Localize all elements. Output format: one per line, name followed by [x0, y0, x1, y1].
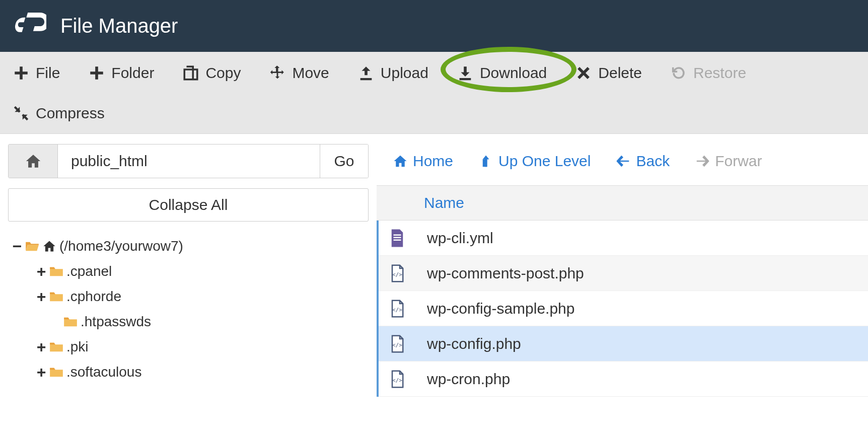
- toolbar-file-label: File: [36, 64, 60, 82]
- toolbar-compress[interactable]: Compress: [13, 97, 105, 129]
- left-panel: Go Collapse All − (/home3/yourwow7) +.cp…: [0, 134, 377, 385]
- toolbar-download[interactable]: Download: [457, 57, 547, 89]
- svg-text:</>: </>: [392, 271, 403, 278]
- nav-back[interactable]: Back: [616, 153, 670, 170]
- nav-home-label: Home: [413, 153, 453, 170]
- nav-home[interactable]: Home: [393, 153, 453, 170]
- content: Go Collapse All − (/home3/yourwow7) +.cp…: [0, 134, 868, 397]
- collapse-all-button[interactable]: Collapse All: [8, 188, 369, 222]
- plus-icon: [13, 64, 30, 82]
- col-name[interactable]: Name: [424, 194, 464, 211]
- expand-toggle[interactable]: +: [36, 364, 46, 380]
- path-input[interactable]: [58, 145, 320, 178]
- up-level-icon: [478, 154, 493, 169]
- folder-icon: [49, 291, 63, 303]
- file-row[interactable]: </>wp-cron.php: [379, 362, 868, 397]
- toolbar-restore: Restore: [670, 57, 746, 89]
- arrow-right-icon: [695, 154, 710, 169]
- upload-icon: [357, 64, 375, 82]
- right-panel: Home Up One Level Back Forwar: [377, 134, 868, 397]
- nav-up-label: Up One Level: [498, 153, 591, 170]
- toolbar-upload-label: Upload: [381, 64, 428, 82]
- toolbar-upload[interactable]: Upload: [357, 57, 428, 89]
- file-row[interactable]: </>wp-comments-post.php: [379, 256, 868, 291]
- tree-item[interactable]: +.pki: [8, 334, 369, 359]
- file-name: wp-cron.php: [427, 371, 510, 388]
- tree-item-label: .pki: [66, 340, 89, 354]
- collapse-all-label: Collapse All: [149, 196, 228, 213]
- tree-item[interactable]: +.cpanel: [8, 259, 369, 284]
- expand-toggle[interactable]: +: [36, 288, 46, 305]
- file-name: wp-cli.yml: [427, 230, 493, 247]
- path-go-label: Go: [334, 153, 354, 170]
- compress-icon: [13, 105, 30, 122]
- copy-icon: [182, 64, 199, 82]
- svg-text:</>: </>: [392, 307, 403, 313]
- close-icon: [575, 64, 592, 82]
- app-title: File Manager: [60, 15, 178, 37]
- cpanel-logo-icon: [15, 12, 46, 40]
- home-icon: [393, 154, 408, 169]
- toolbar-folder[interactable]: Folder: [88, 57, 154, 89]
- nav-up[interactable]: Up One Level: [478, 153, 591, 170]
- folder-icon: [49, 366, 63, 378]
- tree-item-label: .cpanel: [66, 264, 112, 278]
- folder-tree: − (/home3/yourwow7) +.cpanel+.cphorde.ht…: [8, 234, 369, 385]
- nav-row: Home Up One Level Back Forwar: [377, 144, 868, 178]
- path-home-button[interactable]: [9, 145, 58, 178]
- nav-forward: Forwar: [695, 153, 762, 170]
- folder-icon: [49, 265, 63, 277]
- tree-item[interactable]: +.cphorde: [8, 284, 369, 309]
- path-go-button[interactable]: Go: [320, 145, 368, 178]
- restore-icon: [670, 64, 687, 82]
- tree-item-label: .cphorde: [66, 290, 121, 304]
- tree-item-label: .htpasswds: [81, 315, 151, 329]
- tree-item[interactable]: +.softaculous: [8, 359, 369, 385]
- toolbar-compress-label: Compress: [36, 105, 105, 122]
- toolbar-move-label: Move: [292, 64, 329, 82]
- expand-toggle[interactable]: +: [36, 339, 46, 355]
- file-icon: </>: [390, 335, 405, 353]
- plus-icon: [88, 64, 105, 82]
- file-icon: </>: [390, 370, 405, 388]
- app-header: File Manager: [0, 0, 868, 52]
- toolbar-file[interactable]: File: [13, 57, 60, 89]
- svg-text:</>: </>: [392, 377, 403, 384]
- arrow-left-icon: [616, 154, 631, 169]
- path-bar: Go: [8, 144, 369, 178]
- toolbar-delete-label: Delete: [598, 64, 642, 82]
- svg-text:</>: </>: [392, 342, 403, 348]
- file-icon: </>: [390, 264, 405, 282]
- file-grid: wp-cli.yml</>wp-comments-post.php</>wp-c…: [377, 221, 868, 397]
- grid-header: Name: [377, 185, 868, 221]
- toolbar: File Folder Copy Move Upload Download: [0, 52, 868, 134]
- collapse-toggle[interactable]: −: [12, 238, 22, 254]
- toolbar-copy[interactable]: Copy: [182, 57, 241, 89]
- download-icon: [457, 64, 474, 82]
- nav-forward-label: Forwar: [715, 153, 762, 170]
- nav-back-label: Back: [636, 153, 670, 170]
- file-row[interactable]: wp-cli.yml: [379, 221, 868, 256]
- file-name: wp-comments-post.php: [427, 265, 584, 282]
- tree-root[interactable]: − (/home3/yourwow7): [8, 234, 369, 259]
- toolbar-move[interactable]: Move: [269, 57, 329, 89]
- folder-open-icon: [25, 240, 39, 252]
- toolbar-copy-label: Copy: [205, 64, 241, 82]
- move-icon: [269, 64, 286, 82]
- tree-item[interactable]: .htpasswds: [8, 309, 369, 334]
- home-icon: [42, 239, 56, 253]
- tree-root-label: (/home3/yourwow7): [59, 239, 183, 253]
- file-name: wp-config.php: [427, 335, 521, 352]
- file-icon: [390, 229, 405, 247]
- file-icon: </>: [390, 300, 405, 318]
- file-row[interactable]: </>wp-config.php: [379, 326, 868, 362]
- toolbar-delete[interactable]: Delete: [575, 57, 642, 89]
- folder-icon: [49, 341, 63, 353]
- file-row[interactable]: </>wp-config-sample.php: [379, 291, 868, 326]
- toolbar-folder-label: Folder: [111, 64, 154, 82]
- folder-icon: [63, 316, 78, 328]
- expand-toggle[interactable]: +: [36, 263, 46, 279]
- home-icon: [25, 153, 42, 170]
- toolbar-download-label: Download: [480, 64, 547, 82]
- file-name: wp-config-sample.php: [427, 300, 574, 317]
